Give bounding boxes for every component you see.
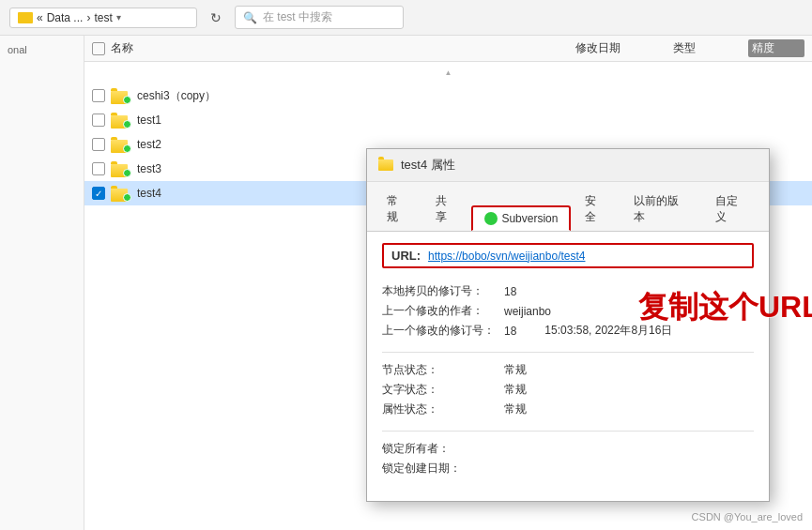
info-label-lock-date: 锁定创建日期： <box>382 461 504 477</box>
tab-normal[interactable]: 常规 <box>375 188 421 231</box>
folder-icon-test4 <box>111 185 131 202</box>
file-name-test4: test4 <box>137 187 161 200</box>
url-value[interactable]: https://bobo/svn/weijianbo/test4 <box>428 250 585 263</box>
info-row-prop-status: 属性状态： 常规 <box>382 400 754 419</box>
file-checkbox[interactable] <box>92 162 105 175</box>
info-label-author: 上一个修改的作者： <box>382 303 504 319</box>
divider-2 <box>382 431 754 432</box>
url-label: URL: <box>391 249 421 263</box>
folder-icon <box>18 12 33 23</box>
info-label-text-status: 文字状态： <box>382 382 504 398</box>
col-date-header: 修改日期 <box>523 40 673 56</box>
col-precision-header: 精度 <box>748 39 804 57</box>
info-section-2: 节点状态： 常规 文字状态： 常规 属性状态： 常规 <box>382 360 754 419</box>
address-data: Data ... <box>47 11 84 24</box>
info-row-node-status: 节点状态： 常规 <box>382 360 754 380</box>
divider-1 <box>382 352 754 353</box>
info-value-last-revision: 18 <box>504 325 516 338</box>
scroll-up-arrow: ▲ <box>445 68 452 77</box>
col-type-header: 类型 <box>673 40 748 56</box>
sidebar-partial: onal <box>0 40 84 59</box>
url-row: URL: https://bobo/svn/weijianbo/test4 <box>382 243 754 268</box>
tab-security[interactable]: 安全 <box>573 188 620 231</box>
refresh-button[interactable]: ↻ <box>205 7 227 29</box>
info-row-lock-owner: 锁定所有者： <box>382 439 754 459</box>
tab-subversion-label: Subversion <box>501 212 558 225</box>
svn-badge <box>123 169 131 177</box>
info-value-revision: 18 <box>504 285 516 298</box>
dialog-title-bar: test4 属性 <box>367 149 769 182</box>
list-item[interactable]: test1 <box>84 108 812 132</box>
folder-icon-ceshi3 <box>111 87 131 104</box>
properties-dialog[interactable]: test4 属性 常规 共享 Subversion 安全 以前的版本 自定义 <box>366 148 770 502</box>
info-section-1: 本地拷贝的修订号： 18 上一个修改的作者： weijianbo 上一个修改的修… <box>382 281 754 341</box>
column-headers: 名称 修改日期 类型 精度 <box>84 36 812 62</box>
dialog-title-text: test4 属性 <box>401 157 455 174</box>
folder-icon-test2 <box>111 136 131 153</box>
tab-previous-versions[interactable]: 以前的版本 <box>621 188 701 231</box>
info-label-lock-owner: 锁定所有者： <box>382 441 504 457</box>
address-chevron: › <box>86 11 90 24</box>
dialog-tabs: 常规 共享 Subversion 安全 以前的版本 自定义 <box>367 182 769 232</box>
info-section-3: 锁定所有者： 锁定创建日期： <box>382 439 754 478</box>
sidebar: onal <box>0 36 84 530</box>
info-row-revision: 本地拷贝的修订号： 18 <box>382 281 754 301</box>
info-value-author: weijianbo <box>504 305 551 318</box>
address-dropdown-icon[interactable]: ▾ <box>116 12 121 23</box>
list-item[interactable]: ceshi3（copy） <box>84 83 812 108</box>
file-checkbox[interactable] <box>92 89 105 102</box>
file-list-area: 名称 修改日期 类型 精度 ▲ ceshi3（copy） <box>84 36 812 530</box>
address-bar: « Data ... › test ▾ ↻ 🔍 在 test 中搜索 <box>0 0 812 36</box>
info-row-author: 上一个修改的作者： weijianbo <box>382 301 754 321</box>
address-path-text: « <box>37 11 43 24</box>
folder-icon-test3 <box>111 160 131 177</box>
info-row-last-revision: 上一个修改的修订号： 18 15:03:58, 2022年8月16日 <box>382 321 754 341</box>
file-checkbox[interactable] <box>92 114 105 127</box>
info-value-prop-status: 常规 <box>504 401 527 417</box>
info-value-last-revision-date: 15:03:58, 2022年8月16日 <box>544 323 672 339</box>
file-name-test3: test3 <box>137 162 161 175</box>
dialog-content: URL: https://bobo/svn/weijianbo/test4 本地… <box>367 232 769 501</box>
tab-custom[interactable]: 自定义 <box>703 188 761 231</box>
info-label-revision: 本地拷贝的修订号： <box>382 283 504 299</box>
file-checkbox[interactable] <box>92 138 105 151</box>
info-value-node-status: 常规 <box>504 362 527 378</box>
dialog-title-icon <box>378 159 393 171</box>
explorer-window: « Data ... › test ▾ ↻ 🔍 在 test 中搜索 onal … <box>0 0 812 530</box>
file-name-test1: test1 <box>137 114 161 127</box>
scroll-up-area: ▲ <box>84 62 812 80</box>
col-name-header[interactable]: 名称 <box>111 40 523 56</box>
address-test: test <box>94 11 112 24</box>
search-box[interactable]: 🔍 在 test 中搜索 <box>235 6 404 29</box>
info-row-text-status: 文字状态： 常规 <box>382 380 754 400</box>
svn-badge <box>123 120 131 129</box>
search-placeholder: 在 test 中搜索 <box>263 9 332 25</box>
folder-icon-test1 <box>111 112 131 129</box>
file-name-test2: test2 <box>137 138 161 151</box>
file-checkbox-selected[interactable]: ✓ <box>92 187 105 200</box>
svn-badge <box>123 144 131 153</box>
svn-badge <box>123 96 131 104</box>
info-value-text-status: 常规 <box>504 382 527 398</box>
info-label-prop-status: 属性状态： <box>382 401 504 417</box>
tab-subversion[interactable]: Subversion <box>471 205 571 231</box>
info-label-node-status: 节点状态： <box>382 362 504 378</box>
svn-badge <box>123 193 131 202</box>
info-row-lock-date: 锁定创建日期： <box>382 459 754 478</box>
tab-share[interactable]: 共享 <box>423 188 470 231</box>
check-all[interactable] <box>92 42 111 55</box>
svn-tab-icon <box>484 212 498 225</box>
main-area: onal 名称 修改日期 类型 精度 ▲ <box>0 36 812 530</box>
search-icon: 🔍 <box>243 11 257 24</box>
file-name-ceshi3: ceshi3（copy） <box>137 88 216 104</box>
address-path[interactable]: « Data ... › test ▾ <box>9 8 197 28</box>
info-label-last-revision: 上一个修改的修订号： <box>382 323 504 339</box>
